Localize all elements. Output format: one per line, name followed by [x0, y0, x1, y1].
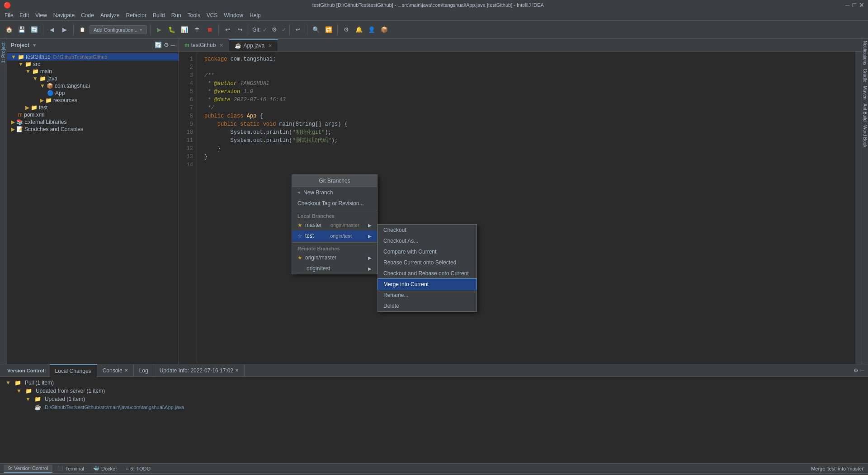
- docker-tab-button[interactable]: 🐳 Docker: [89, 465, 122, 473]
- project-tab-label[interactable]: 1: Project: [0, 39, 7, 67]
- console-close-icon[interactable]: ✕: [124, 368, 128, 373]
- submenu-rebase[interactable]: Rebase Current onto Selected: [378, 257, 476, 268]
- tree-resources[interactable]: ▶ 📁 resources: [7, 97, 179, 104]
- tree-scratches[interactable]: ▶ 📝 Scratches and Consoles: [7, 126, 179, 133]
- toolbar-run-config-icon[interactable]: 📋: [77, 24, 88, 35]
- toolbar-redo-icon[interactable]: ↪: [235, 24, 245, 35]
- tree-root[interactable]: ▼ 📁 testGithub D:\GithubTest\testGithub: [7, 53, 179, 61]
- vc-pull-arrow: ▼: [5, 380, 11, 386]
- code-line-13: }: [204, 153, 848, 161]
- menu-refactor[interactable]: Refactor: [123, 11, 149, 19]
- menu-code[interactable]: Code: [78, 11, 97, 19]
- toolbar-replace-icon[interactable]: 🔁: [323, 24, 334, 35]
- minimize-button[interactable]: ─: [845, 1, 850, 9]
- tree-package-label: com.tangshuai: [55, 83, 90, 89]
- git-commit-icon[interactable]: ⚙: [269, 24, 280, 35]
- bottom-settings-icon[interactable]: ⚙: [854, 367, 859, 374]
- toolbar-stop-icon[interactable]: ⏹: [204, 24, 215, 35]
- menu-build[interactable]: Build: [150, 11, 168, 19]
- toolbar-settings-icon[interactable]: ⚙: [341, 24, 352, 35]
- terminal-tab-button[interactable]: ⬛ Terminal: [52, 465, 89, 473]
- tab-testgithub-close[interactable]: ✕: [219, 42, 223, 48]
- submenu-merge[interactable]: Merge into Current: [378, 279, 476, 290]
- toolbar-vcs-icon[interactable]: ↩: [293, 24, 304, 35]
- toolbar-save-icon[interactable]: 💾: [16, 24, 27, 35]
- tree-src[interactable]: ▼ 📁 src: [7, 61, 179, 68]
- maximize-button[interactable]: □: [853, 1, 856, 9]
- toolbar-sep-1: [43, 24, 43, 35]
- menu-edit[interactable]: Edit: [17, 11, 32, 19]
- vc-updated[interactable]: ▼ 📁 Updated (1 item): [4, 395, 864, 403]
- maven-tab[interactable]: Maven: [862, 84, 868, 101]
- vc-tab-button[interactable]: 9: Version Control: [4, 465, 52, 473]
- git-checkout-tag[interactable]: Checkout Tag or Revision...: [292, 198, 377, 209]
- toolbar-sync-icon[interactable]: 🔄: [29, 24, 40, 35]
- toolbar-extra2-icon[interactable]: 📦: [379, 24, 390, 35]
- tree-test[interactable]: ▶ 📁 test: [7, 104, 179, 111]
- toolbar-forward-icon[interactable]: ▶: [59, 24, 70, 35]
- toolbar-extra-icon[interactable]: 👤: [366, 24, 377, 35]
- notifications-tab[interactable]: Notifications: [862, 39, 868, 67]
- tree-app[interactable]: 🔵 App: [7, 89, 179, 97]
- toolbar-run-icon[interactable]: ▶: [154, 24, 165, 35]
- tab-log[interactable]: Log: [134, 364, 154, 377]
- vc-file[interactable]: ☕ D:\GithubTest\testGithub\src\main\java…: [4, 403, 864, 411]
- tree-main[interactable]: ▼ 📁 main: [7, 68, 179, 75]
- menu-view[interactable]: View: [33, 11, 50, 19]
- git-branch-master[interactable]: ★ master origin/master ▶: [292, 220, 377, 230]
- submenu-rename[interactable]: Rename...: [378, 290, 476, 301]
- toolbar-back-icon[interactable]: ◀: [47, 24, 57, 35]
- tab-appjava[interactable]: ☕ App.java ✕: [229, 39, 278, 51]
- toolbar-debug-icon[interactable]: 🐛: [166, 24, 177, 35]
- submenu-checkout-as[interactable]: Checkout As...: [378, 235, 476, 246]
- gradle-tab[interactable]: Gradle: [862, 67, 868, 84]
- tree-ext-libs[interactable]: ▶ 📚 External Libraries: [7, 118, 179, 126]
- menu-window[interactable]: Window: [221, 11, 246, 19]
- submenu-checkout-rebase[interactable]: Checkout and Rebase onto Current: [378, 268, 476, 279]
- toolbar-coverage-icon[interactable]: ☂: [192, 24, 203, 35]
- menu-vcs[interactable]: VCS: [204, 11, 221, 19]
- toolbar-notifications-icon[interactable]: 🔔: [354, 24, 364, 35]
- add-configuration-button[interactable]: Add Configuration... ▼: [90, 25, 147, 34]
- panel-sync-icon[interactable]: 🔄: [155, 42, 162, 48]
- tree-java[interactable]: ▼ 📁 java: [7, 75, 179, 82]
- git-new-branch[interactable]: + New Branch: [292, 187, 377, 198]
- wordbook-tab[interactable]: Word Book: [862, 123, 868, 149]
- menu-file[interactable]: File: [2, 11, 16, 19]
- vc-pull-folder[interactable]: ▼ 📁 Pull (1 item): [4, 379, 864, 387]
- todo-tab-button[interactable]: ≡ 6: TODO: [122, 465, 155, 473]
- menu-navigate[interactable]: Navigate: [51, 11, 77, 19]
- menu-help[interactable]: Help: [247, 11, 264, 19]
- tab-appjava-close[interactable]: ✕: [268, 43, 272, 49]
- git-branch-origin-test[interactable]: origin/test ▶: [292, 263, 377, 274]
- tab-console[interactable]: Console ✕: [97, 364, 134, 377]
- tree-pom[interactable]: m pom.xml: [7, 111, 179, 118]
- tab-local-changes[interactable]: Local Changes: [50, 364, 97, 377]
- ant-tab[interactable]: Ant Build: [862, 102, 868, 123]
- submenu-checkout[interactable]: Checkout: [378, 225, 476, 235]
- toolbar-undo-icon[interactable]: ↩: [222, 24, 233, 35]
- submenu-delete[interactable]: Delete: [378, 301, 476, 311]
- bottom-minimize-icon[interactable]: ─: [860, 367, 864, 374]
- tree-package[interactable]: ▼ 📦 com.tangshuai: [7, 82, 179, 89]
- update-info-close-icon[interactable]: ✕: [235, 368, 239, 373]
- toolbar-sep-5: [249, 24, 249, 35]
- panel-dropdown[interactable]: ▼: [32, 42, 37, 48]
- git-branch-test[interactable]: ☆ test origin/test ▶: [292, 230, 377, 241]
- tree-app-label: App: [55, 90, 65, 96]
- toolbar-project-icon[interactable]: 🏠: [4, 24, 14, 35]
- toolbar-profile-icon[interactable]: 📊: [179, 24, 190, 35]
- editor-scrollbar[interactable]: [855, 52, 862, 364]
- tab-update-info[interactable]: Update Info: 2022-07-16 17:02 ✕: [154, 364, 245, 377]
- vc-updated-from-server[interactable]: ▼ 📁 Updated from server (1 item): [4, 387, 864, 395]
- toolbar-search-icon[interactable]: 🔍: [311, 24, 321, 35]
- submenu-compare[interactable]: Compare with Current: [378, 246, 476, 257]
- menu-run[interactable]: Run: [169, 11, 184, 19]
- git-branch-origin-master[interactable]: ★ origin/master ▶: [292, 252, 377, 263]
- menu-analyze[interactable]: Analyze: [98, 11, 123, 19]
- panel-settings-icon[interactable]: ⚙: [164, 42, 169, 48]
- tab-testgithub[interactable]: m testGithub ✕: [179, 39, 229, 51]
- close-button[interactable]: ✕: [859, 1, 864, 9]
- menu-tools[interactable]: Tools: [185, 11, 203, 19]
- panel-minimize-icon[interactable]: ─: [171, 42, 175, 48]
